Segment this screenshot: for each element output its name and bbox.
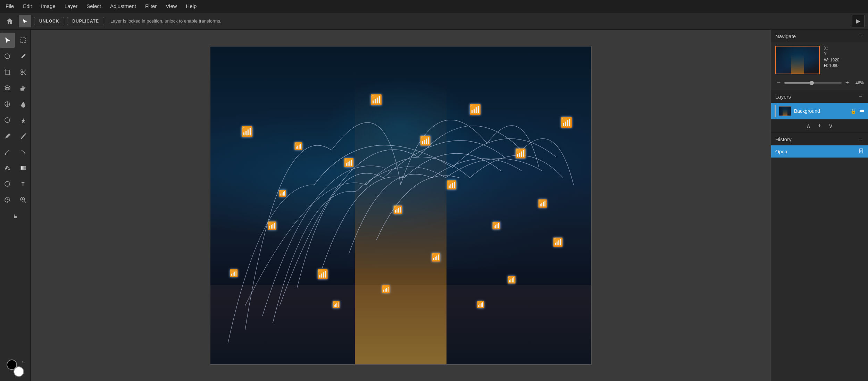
tool-row-4 (0, 81, 31, 96)
width-value: W: 1920 (824, 58, 864, 62)
color-swatches: ↕ (7, 359, 24, 377)
navigate-info: X: Y: W: 1920 H: 1080 (824, 46, 864, 68)
pencil-tool[interactable] (16, 128, 31, 144)
arrow-tool-button[interactable] (19, 15, 31, 27)
clone-stamp-tool[interactable] (0, 96, 15, 112)
menu-file[interactable]: File (4, 2, 15, 10)
history-minimize-button[interactable]: − (857, 136, 864, 143)
layer-expand-indicator (775, 105, 776, 117)
unlock-button[interactable]: UNLOCK (34, 17, 64, 25)
menu-filter[interactable]: Filter (144, 2, 158, 10)
navigate-minimize-button[interactable]: − (857, 33, 864, 40)
marquee-tool[interactable] (16, 33, 31, 48)
layer-name: Background (794, 108, 848, 114)
history-section: History − Open (771, 133, 868, 381)
toolbar-message: Layer is locked in position, unlock to e… (110, 18, 221, 24)
text-tool[interactable]: T (16, 176, 31, 192)
navigate-content: X: Y: W: 1920 H: 1080 (771, 42, 868, 90)
history-open-item[interactable]: Open (771, 145, 868, 158)
zoom-thumb[interactable] (810, 81, 814, 85)
height-value: H: 1080 (824, 63, 864, 68)
dodge-tool[interactable] (0, 112, 15, 128)
waterdrop-tool[interactable] (16, 96, 31, 112)
zoom-plus-button[interactable]: + (844, 79, 851, 86)
history-header: History − (771, 133, 868, 145)
menu-adjustment[interactable]: Adjustment (109, 2, 137, 10)
eraser-tool[interactable] (16, 81, 31, 96)
smudge-tool[interactable] (16, 144, 31, 160)
layer-move-up-button[interactable]: ∧ (806, 122, 811, 130)
svg-line-4 (23, 71, 26, 75)
zoom-minus-button[interactable]: − (775, 79, 782, 86)
layers-header: Layers − (771, 90, 868, 103)
svg-point-1 (5, 54, 10, 59)
layers-title: Layers (775, 94, 791, 100)
svg-line-20 (24, 201, 26, 203)
warp-tool[interactable] (0, 81, 15, 96)
tool-row-1 (0, 33, 31, 48)
swap-colors-icon[interactable]: ↕ (22, 359, 24, 364)
svg-line-5 (23, 70, 26, 73)
tool-row-8 (0, 144, 31, 160)
layers-minimize-button[interactable]: − (857, 93, 864, 100)
pen-tool[interactable] (0, 128, 15, 144)
right-panel: Navigate − X: Y: (771, 30, 868, 381)
svg-point-14 (5, 181, 10, 186)
navigate-header: Navigate − (771, 30, 868, 42)
tool-row-7 (0, 128, 31, 144)
svg-rect-13 (21, 166, 26, 170)
svg-rect-23 (860, 110, 864, 112)
select-tool[interactable] (0, 33, 15, 48)
layer-add-button[interactable]: + (818, 122, 821, 130)
hand-tool[interactable] (8, 208, 23, 223)
paint-bucket-tool[interactable] (0, 160, 15, 176)
tool-row-10: T (0, 176, 31, 192)
tool-row-12 (8, 208, 23, 223)
svg-rect-24 (859, 149, 863, 153)
tool-row-11 (0, 192, 31, 208)
gradient-tool[interactable] (16, 160, 31, 176)
layer-controls: ∧ + ∨ (771, 119, 868, 133)
layer-move-down-button[interactable]: ∨ (828, 122, 833, 130)
canvas-wrapper: 📶 📶 📶 📶 📶 📶 📶 📶 📶 📶 📶 📶 📶 📶 📶 📶 (210, 46, 592, 365)
history-item-icon (858, 148, 864, 155)
expand-icon: ▶ (856, 18, 860, 24)
zoom-tool[interactable] (16, 192, 31, 208)
menu-bar: File Edit Image Layer Select Adjustment … (0, 0, 868, 12)
svg-line-12 (8, 167, 9, 169)
svg-point-10 (5, 118, 10, 122)
toolbar: UNLOCK DUPLICATE Layer is locked in posi… (0, 12, 868, 30)
crop-tool[interactable] (0, 65, 15, 80)
eyedropper-tool[interactable] (16, 49, 31, 64)
tool-row-2 (0, 49, 31, 64)
menu-view[interactable]: View (164, 2, 178, 10)
history-title: History (775, 136, 792, 142)
zoom-control: − + 46% (775, 79, 864, 86)
path-tool[interactable] (0, 192, 15, 208)
duplicate-button[interactable]: DUPLICATE (67, 17, 104, 25)
layer-thumbnail (779, 106, 791, 116)
menu-image[interactable]: Image (40, 2, 57, 10)
canvas-area[interactable]: 📶 📶 📶 📶 📶 📶 📶 📶 📶 📶 📶 📶 📶 📶 📶 📶 (31, 30, 771, 381)
lasso-tool[interactable] (0, 49, 15, 64)
menu-layer[interactable]: Layer (63, 2, 79, 10)
x-coord-label: X: (824, 46, 864, 51)
home-button[interactable] (3, 15, 16, 27)
layer-visibility-icon[interactable] (859, 108, 865, 115)
zoom-slider[interactable] (784, 82, 842, 84)
svg-text:T: T (22, 181, 25, 187)
layer-background[interactable]: Background 🔒 (771, 103, 868, 119)
history-item-label: Open (775, 149, 856, 154)
menu-select[interactable]: Select (85, 2, 102, 10)
foreground-color-swatch[interactable] (7, 359, 17, 370)
menu-edit[interactable]: Edit (22, 2, 33, 10)
shape-tool[interactable] (0, 176, 15, 192)
scissors-tool[interactable] (16, 65, 31, 80)
brush-tool[interactable] (0, 144, 15, 160)
menu-help[interactable]: Help (185, 2, 198, 10)
sharpen-tool[interactable] (16, 112, 31, 128)
svg-rect-0 (21, 38, 26, 43)
expand-panel-button[interactable]: ▶ (852, 15, 865, 27)
tool-row-9 (0, 160, 31, 176)
navigate-thumbnail[interactable] (775, 46, 820, 74)
